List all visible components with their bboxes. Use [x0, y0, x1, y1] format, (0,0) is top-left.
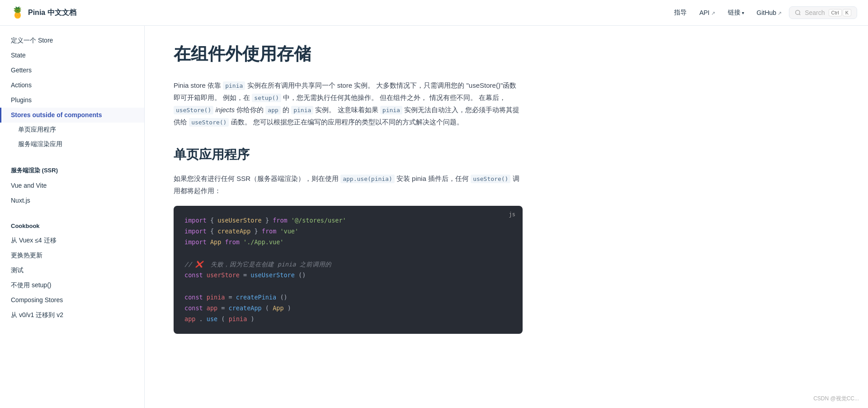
sidebar-item-no-setup[interactable]: 不使用 setup() [0, 278, 144, 293]
section1-text: 如果您没有进行任何 SSR（服务器端渲染），则在使用 app.use(pinia… [174, 172, 523, 197]
main-content: 在组件外使用存储 Pinia store 依靠 pinia 实例在所有调用中共享… [145, 26, 552, 408]
svg-point-0 [796, 10, 800, 14]
search-icon [795, 9, 801, 16]
ctrl-key: Ctrl [829, 9, 842, 16]
sidebar-item-state[interactable]: State [0, 48, 144, 63]
k-key: K [843, 9, 851, 16]
code-lang: js [509, 211, 515, 218]
code-line-7: const app = createApp ( App ) [184, 303, 512, 313]
nav-api[interactable]: API [694, 6, 721, 19]
header: 🍍 Pinia 中文文档 指导 API 链接 GitHub Search Ctr… [0, 0, 868, 26]
svg-line-1 [799, 14, 801, 15]
search-kbd: Ctrl K [829, 9, 851, 16]
sidebar-item-plugins[interactable]: Plugins [0, 93, 144, 108]
code-line-5: const userStore = useUserStore () [184, 270, 512, 280]
sidebar-item-nuxt[interactable]: Nuxt.js [0, 193, 144, 208]
code-line-blank1 [184, 247, 512, 258]
logo-text: Pinia 中文文档 [28, 8, 76, 18]
page-title: 在组件外使用存储 [174, 44, 523, 65]
header-nav: 指导 API 链接 GitHub Search Ctrl K [669, 6, 857, 19]
code-line-3: import App from './App.vue' [184, 237, 512, 247]
code-line-6: const pinia = createPinia () [184, 292, 512, 303]
code-line-8: app . use ( pinia ) [184, 313, 512, 324]
section1-title: 单页应用程序 [174, 146, 523, 163]
nav-links[interactable]: 链接 [722, 6, 750, 19]
search-button[interactable]: Search Ctrl K [789, 6, 857, 19]
search-placeholder: Search [805, 9, 825, 16]
sidebar-item-composing-stores[interactable]: Composing Stores [0, 293, 144, 308]
sidebar-item-testing[interactable]: 测试 [0, 263, 144, 278]
nav-guide[interactable]: 指导 [669, 6, 692, 19]
sidebar-item-define-store[interactable]: 定义一个 Store [0, 33, 144, 48]
sidebar-item-stores-outside[interactable]: Stores outside of components [0, 108, 144, 123]
code-line-2: import { createApp } from 'vue' [184, 226, 512, 237]
sidebar-item-hot-reload[interactable]: 更换热更新 [0, 248, 144, 263]
ssr-section-title: 服务端渲染 (SSR) [0, 157, 144, 178]
sidebar-item-ssr-app[interactable]: 服务端渲染应用 [0, 137, 144, 152]
footer-credit: CSDN @视觉CC... [813, 395, 859, 403]
code-line-comment: // ❌ 失败，因为它是在创建 pinia 之前调用的 [184, 259, 512, 270]
cookbook-section-title: Cookbook [0, 213, 144, 233]
sidebar-item-v0-v1-migration[interactable]: 从 v0/v1 迁移到 v2 [0, 308, 144, 323]
sidebar-item-actions[interactable]: Actions [0, 78, 144, 93]
code-block: js import { useUserStore } from '@/store… [174, 206, 523, 334]
code-line-blank2 [184, 280, 512, 291]
nav-github[interactable]: GitHub [751, 6, 788, 19]
sidebar-item-single-page-app[interactable]: 单页应用程序 [0, 123, 144, 137]
sidebar-item-vuex-migration[interactable]: 从 Vuex ≤4 迁移 [0, 233, 144, 248]
sidebar: 定义一个 Store State Getters Actions Plugins… [0, 26, 145, 408]
code-line-1: import { useUserStore } from '@/stores/u… [184, 215, 512, 226]
layout: 定义一个 Store State Getters Actions Plugins… [0, 26, 868, 408]
sidebar-item-getters[interactable]: Getters [0, 63, 144, 78]
intro-paragraph: Pinia store 依靠 pinia 实例在所有调用中共享同一个 store… [174, 79, 523, 128]
code-content: import { useUserStore } from '@/stores/u… [174, 206, 523, 334]
logo[interactable]: 🍍 Pinia 中文文档 [11, 6, 76, 19]
sidebar-item-vue-vite[interactable]: Vue and Vite [0, 178, 144, 193]
pinia-logo-icon: 🍍 [11, 6, 24, 19]
right-aside [552, 26, 660, 408]
